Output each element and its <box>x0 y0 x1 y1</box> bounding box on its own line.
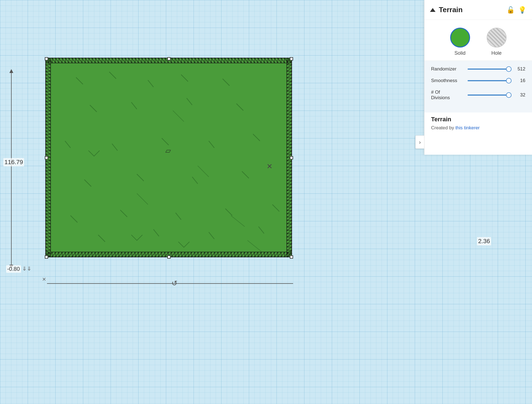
terrain-panel: Terrain 🔓 💡 Solid Hole Randomizer 512 Sm… <box>424 0 532 155</box>
dim-arrow-top <box>9 69 13 73</box>
credit-section: Created by this tinkerer <box>424 124 532 135</box>
rotate-icon[interactable]: ↺ <box>171 279 178 288</box>
divisions-label: # OfDivisions <box>431 90 464 101</box>
bulb-icon[interactable]: 💡 <box>518 6 526 14</box>
smoothness-value: 16 <box>514 78 525 83</box>
sliders-section: Randomizer 512 Smoothness 16 # OfDivisio… <box>424 61 532 112</box>
dim-minus-value: -0.80 <box>6 265 21 273</box>
x-mark: ✕ <box>267 162 273 171</box>
down-arrows: ⇓⇓ <box>22 265 32 272</box>
lock-icon[interactable]: 🔓 <box>507 6 515 14</box>
divisions-value: 32 <box>514 92 525 98</box>
terrain-section-label: Terrain <box>424 112 532 124</box>
solid-label: Solid <box>454 50 465 56</box>
handle-mid-left[interactable] <box>45 156 48 159</box>
corner-handle-tr[interactable] <box>290 57 293 61</box>
handle-mid-right[interactable] <box>290 156 293 159</box>
smoothness-row: Smoothness 16 <box>431 78 525 83</box>
smoothness-thumb[interactable] <box>506 78 512 83</box>
randomizer-thumb[interactable] <box>506 66 512 72</box>
corner-handle-tl[interactable] <box>45 57 48 61</box>
dim-value-right: 2.36 <box>477 237 491 245</box>
divisions-thumb[interactable] <box>506 92 512 98</box>
side-expand-button[interactable]: › <box>415 135 424 149</box>
dim-line-left <box>11 72 12 265</box>
smoothness-label: Smoothness <box>431 78 464 83</box>
divisions-slider[interactable] <box>468 95 511 96</box>
shape-type-selector: Solid Hole <box>424 20 532 61</box>
hole-label: Hole <box>491 50 502 56</box>
smoothness-slider[interactable] <box>468 80 511 81</box>
x-small-mark: ✕ <box>42 276 46 282</box>
randomizer-slider[interactable] <box>468 69 511 70</box>
handle-mid-bottom[interactable] <box>167 255 171 259</box>
hole-circle-icon <box>487 28 507 48</box>
handle-mid-top[interactable] <box>167 57 171 61</box>
credit-static-text: Created by <box>431 125 455 130</box>
solid-circle-icon <box>450 28 470 48</box>
dim-value-left: 116.79 <box>3 158 24 166</box>
panel-header: Terrain 🔓 💡 <box>424 0 532 20</box>
solid-button[interactable]: Solid <box>450 28 470 56</box>
hole-button[interactable]: Hole <box>487 28 507 56</box>
corner-handle-bl[interactable] <box>45 255 48 259</box>
panel-collapse-button[interactable] <box>430 8 435 12</box>
credit-link[interactable]: this tinkerer <box>455 125 480 130</box>
randomizer-label: Randomizer <box>431 66 464 72</box>
randomizer-value: 512 <box>514 66 525 72</box>
randomizer-row: Randomizer 512 <box>431 66 525 72</box>
cursor-position: ▱ <box>165 146 171 155</box>
dim-line-bottom <box>47 283 293 284</box>
panel-title: Terrain <box>439 6 503 14</box>
corner-handle-br[interactable] <box>290 255 293 259</box>
divisions-row: # OfDivisions 32 <box>431 90 525 101</box>
